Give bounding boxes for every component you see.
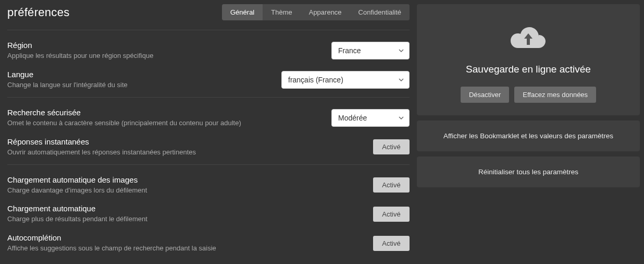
autoimg-desc: Charge davantage d'images lors du défile… <box>7 186 363 195</box>
bookmarklet-link[interactable]: Afficher les Bookmarklet et les valeurs … <box>417 121 640 151</box>
tab-general[interactable]: Général <box>222 4 263 20</box>
region-select[interactable]: France <box>331 42 410 59</box>
autoimg-title: Chargement automatique des images <box>7 175 363 184</box>
disable-button[interactable]: Désactiver <box>461 87 509 103</box>
cloud-save-card: Sauvegarde en ligne activée Désactiver E… <box>417 4 640 115</box>
region-desc: Applique les résultats pour une région s… <box>7 52 321 61</box>
tab-appearance[interactable]: Apparence <box>301 4 350 20</box>
safesearch-select[interactable]: Modérée <box>331 109 410 127</box>
language-desc: Change la langue sur l'intégralité du si… <box>7 81 271 90</box>
autoload-desc: Charge plus de résultats pendant le défi… <box>7 215 363 224</box>
region-title: Région <box>7 41 321 50</box>
instant-toggle[interactable]: Activé <box>373 139 410 154</box>
tabs: Général Thème Apparence Confidentialité <box>222 4 410 20</box>
language-value: français (France) <box>288 76 343 84</box>
chevron-down-icon <box>399 77 404 82</box>
page-title: préférences <box>7 6 69 19</box>
autoload-title: Chargement automatique <box>7 204 363 213</box>
language-title: Langue <box>7 70 271 79</box>
chevron-down-icon <box>399 115 404 121</box>
safesearch-desc: Omet le contenu à caractère sensible (pr… <box>7 119 321 128</box>
autocomplete-desc: Affiche les suggestions sous le champ de… <box>7 244 363 253</box>
cloud-upload-icon <box>510 25 547 51</box>
autocomplete-title: Autocomplétion <box>7 233 363 242</box>
reset-all-link[interactable]: Réinitialiser tous les paramètres <box>417 157 640 187</box>
autocomplete-toggle[interactable]: Activé <box>373 236 410 251</box>
tab-theme[interactable]: Thème <box>263 4 300 20</box>
tab-privacy[interactable]: Confidentialité <box>350 4 410 20</box>
safesearch-value: Modérée <box>338 114 367 122</box>
instant-title: Réponses instantanées <box>7 137 363 146</box>
language-select[interactable]: français (France) <box>281 71 410 89</box>
safesearch-title: Recherche sécurisée <box>7 108 321 117</box>
cloud-save-title: Sauvegarde en ligne activée <box>427 64 629 75</box>
autoload-toggle[interactable]: Activé <box>373 207 410 222</box>
instant-desc: Ouvrir automatiquement les réponses inst… <box>7 148 363 157</box>
autoimg-toggle[interactable]: Activé <box>373 177 410 193</box>
erase-data-button[interactable]: Effacez mes données <box>514 87 596 103</box>
region-value: France <box>338 46 361 55</box>
chevron-down-icon <box>399 48 404 53</box>
